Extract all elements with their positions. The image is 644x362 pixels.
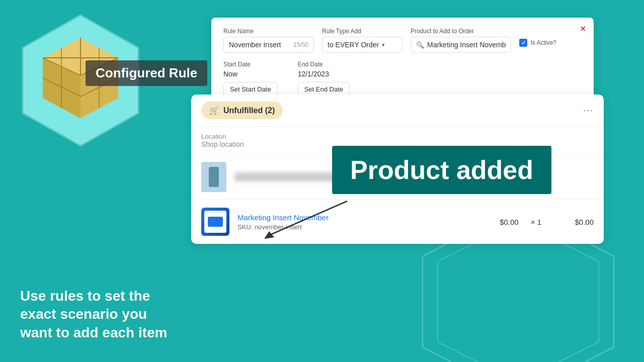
rule-config-card: × Rule Name November Insert 15/50 Rule T… <box>211 18 594 107</box>
insert-card-visual <box>204 211 226 233</box>
start-date-value: Now <box>223 70 278 78</box>
configured-rule-label: Configured Rule <box>86 60 207 86</box>
chevron-down-icon: ▾ <box>382 42 385 48</box>
char-count: 15/50 <box>293 41 308 48</box>
order-card-header: 🛒 Unfulfilled (2) ··· <box>191 95 604 127</box>
close-button[interactable]: × <box>580 24 586 34</box>
description-text: Use rules to set the exact scenario you … <box>20 288 168 340</box>
start-date-group: Start Date Now Set Start Date <box>223 61 278 97</box>
qty-separator: × <box>531 218 535 226</box>
rule-type-value: to EVERY Order <box>328 41 379 49</box>
bottom-left-description: Use rules to set the exact scenario you … <box>20 287 181 342</box>
search-icon: 🔍 <box>416 41 424 49</box>
arrow-line <box>252 191 352 241</box>
unfulfilled-label: Unfulfilled (2) <box>223 106 275 115</box>
svg-line-14 <box>267 201 347 236</box>
added-product-qty-separator: × 1 <box>527 218 545 226</box>
is-active-label: Is Active? <box>530 39 556 46</box>
insert-card-inner <box>208 217 223 227</box>
configured-rule-text: Configured Rule <box>96 65 197 80</box>
product-added-text: Product added <box>350 155 533 185</box>
product-added-overlay: Product added <box>332 146 551 194</box>
product-label: Product to Add to Order <box>411 28 511 35</box>
fire-icon: 🛒 <box>209 106 219 115</box>
is-active-group: Is Active? <box>519 39 556 47</box>
more-options-button[interactable]: ··· <box>583 105 594 116</box>
location-label: Location <box>201 133 594 140</box>
rule-name-value: November Insert <box>229 41 281 49</box>
end-date-label: End Date <box>298 61 350 68</box>
rule-type-dropdown[interactable]: to EVERY Order ▾ <box>322 37 403 53</box>
svg-marker-15 <box>264 231 274 239</box>
rule-type-label: Rule Type Add <box>322 28 403 35</box>
qty-value: 1 <box>537 218 541 226</box>
end-date-value: 12/1/2023 <box>298 70 350 78</box>
rule-name-group: Rule Name November Insert 15/50 <box>223 28 314 53</box>
blurred-product-image <box>201 162 226 192</box>
start-date-label: Start Date <box>223 61 278 68</box>
product-value: Marketing Insert Novemb <box>427 41 506 49</box>
added-product-image <box>201 208 229 236</box>
product-group: Product to Add to Order 🔍 Marketing Inse… <box>411 28 511 53</box>
rule-type-group: Rule Type Add to EVERY Order ▾ <box>322 28 403 53</box>
date-row: Start Date Now Set Start Date End Date 1… <box>223 61 582 97</box>
rule-name-label: Rule Name <box>223 28 314 35</box>
phone-icon <box>209 167 219 187</box>
end-date-group: End Date 12/1/2023 Set End Date <box>298 61 350 97</box>
added-product-total: $0.00 <box>553 218 594 226</box>
product-search-input[interactable]: 🔍 Marketing Insert Novemb <box>411 37 511 53</box>
unfulfilled-badge: 🛒 Unfulfilled (2) <box>201 102 283 119</box>
is-active-checkbox[interactable] <box>519 39 527 47</box>
sku-label: SKU: <box>237 223 253 231</box>
added-product-price: $0.00 <box>500 218 519 226</box>
rule-name-input[interactable]: November Insert 15/50 <box>223 37 314 53</box>
